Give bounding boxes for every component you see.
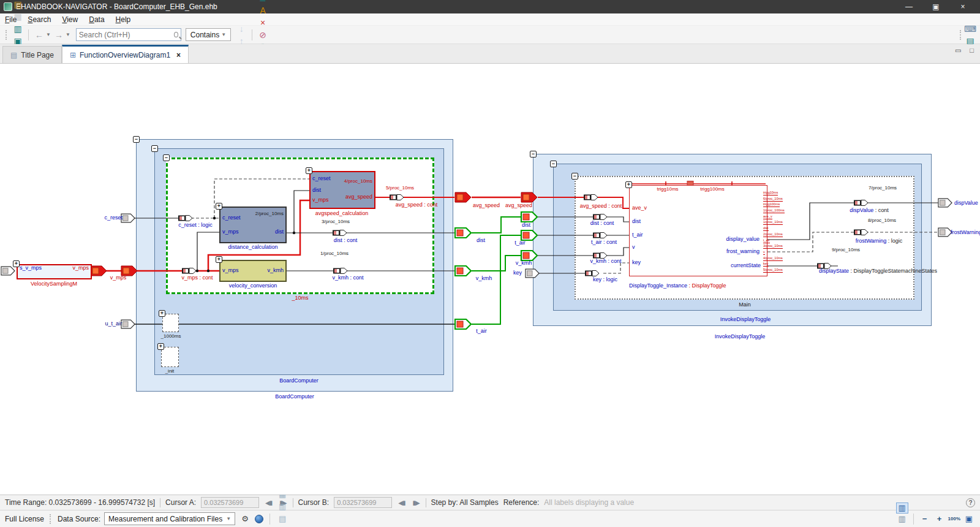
collapse-button[interactable]: − [163, 154, 170, 161]
diagram-label: v_mps [222, 229, 239, 235]
show-labels-icon[interactable]: A [257, 4, 269, 17]
diagram-label: key : logic [593, 277, 617, 282]
measure-probe[interactable] [390, 195, 404, 200]
diagram-label: v_mps [72, 265, 89, 271]
u-t-air-pin[interactable] [121, 320, 135, 328]
menu-item-help[interactable]: Help [116, 15, 131, 24]
menu-item-search[interactable]: Search [28, 15, 51, 24]
t-air-out-port[interactable] [455, 319, 471, 329]
dispvalue-pin[interactable] [938, 199, 952, 207]
measure-probe[interactable] [854, 200, 868, 206]
collapse-button[interactable]: − [151, 145, 158, 152]
cursor-a-input[interactable] [201, 497, 259, 508]
diagram-label: 8/proc_10ms [868, 218, 896, 223]
expand-button[interactable]: + [159, 310, 165, 317]
avg-speed-in-port[interactable] [521, 192, 537, 202]
measure-probe[interactable] [854, 230, 868, 235]
measure-probe[interactable] [333, 230, 347, 236]
dist-out-port[interactable] [455, 228, 471, 238]
forward-icon[interactable]: → [53, 29, 65, 41]
minimize-button[interactable]: — [895, 2, 922, 11]
layout-preview-icon[interactable]: ▢ [896, 525, 908, 527]
zoom-in-button[interactable]: + [933, 513, 946, 525]
signal-wire[interactable] [294, 191, 309, 233]
signal-wire[interactable] [538, 248, 629, 256]
clear-labels-icon[interactable]: × [257, 17, 269, 29]
back-dropdown-icon[interactable]: ▼ [46, 32, 51, 37]
diagram-canvas[interactable]: c_resetc_reset : logicv_mpsv_mps : contV… [0, 64, 980, 495]
close-button[interactable]: × [949, 2, 976, 11]
v-mps-out-port[interactable] [91, 266, 107, 276]
bottom-bar: Full License Data Source: Measurement an… [0, 510, 980, 527]
zoom-100-button[interactable]: 100% [948, 517, 960, 521]
menu-item-data[interactable]: Data [89, 15, 104, 24]
settings-gear-icon[interactable]: ⚙ [239, 513, 251, 525]
close-tab-icon[interactable]: × [176, 51, 181, 59]
collapse-button[interactable]: − [550, 161, 557, 167]
minimize-view-icon[interactable]: ▭ [955, 47, 961, 55]
dist-in-port[interactable] [521, 212, 537, 222]
diagram-label: avg_speed : cont [396, 202, 438, 208]
measure-probe[interactable] [584, 195, 598, 200]
fit-to-window-icon[interactable]: ▣ [963, 513, 975, 525]
cursor-a-step-back-button[interactable]: ◀▮ [264, 499, 273, 506]
diagram-label: BoardComputer [279, 378, 318, 384]
detach-probe-icon[interactable]: ⊘ [257, 29, 269, 41]
signal-wire[interactable] [472, 217, 521, 233]
measure-probe[interactable] [178, 216, 192, 221]
cursor-b-step-back-button[interactable]: ◀▮ [397, 499, 406, 506]
collapse-button[interactable]: − [571, 173, 578, 180]
expand-button[interactable]: + [157, 343, 164, 350]
zoom-out-button[interactable]: − [919, 513, 931, 525]
expand-button[interactable]: + [216, 256, 222, 263]
diagram-label: 3/proc_10ms [322, 219, 350, 224]
diagram-label: dist [632, 219, 641, 224]
forward-dropdown-icon[interactable]: ▼ [66, 32, 70, 37]
open-icon[interactable]: ▤ [12, 0, 24, 10]
measure-probe[interactable] [585, 271, 599, 276]
wire-junction [293, 232, 295, 234]
maximize-view-icon[interactable]: □ [970, 47, 974, 55]
menu-item-view[interactable]: View [62, 15, 78, 24]
data-source-dropdown[interactable]: Measurement and Calibration Files ▼ [104, 512, 235, 525]
c-reset-pin[interactable] [121, 214, 135, 222]
contains-dropdown[interactable]: Contains ▼ [186, 28, 231, 41]
search-input[interactable] [79, 31, 174, 39]
task-init-block[interactable] [161, 347, 179, 367]
signal-wire[interactable] [538, 217, 629, 222]
signal-wire[interactable] [603, 263, 629, 273]
collapse-button[interactable]: − [133, 136, 140, 143]
cursor-b-input[interactable] [334, 497, 392, 508]
diagram-label: dist [312, 188, 321, 193]
diagram-label: s_v_mps [20, 265, 42, 271]
signal-wire[interactable] [472, 256, 521, 271]
frostwarning-pin[interactable] [938, 228, 952, 237]
measure-probe[interactable] [593, 214, 607, 220]
import-ebook-icon[interactable]: ▥ [12, 23, 24, 35]
avg-speed-out-port[interactable] [455, 192, 471, 202]
measure-probe[interactable] [333, 268, 347, 274]
s-v-mps-pin[interactable] [1, 267, 15, 275]
collapse-labels-icon[interactable]: ≣ [257, 0, 269, 4]
diagram-label: avgspeed_calculation [315, 211, 369, 216]
online-globe-icon[interactable] [255, 515, 263, 523]
expand-button[interactable]: + [306, 167, 312, 174]
expand-button[interactable]: + [216, 203, 222, 210]
layout-split-icon[interactable]: ▥ [896, 514, 908, 525]
v-kmh-out-port[interactable] [455, 266, 471, 276]
measure-probe[interactable] [593, 233, 607, 238]
expand-button[interactable]: + [13, 260, 20, 267]
virtual-keyboard-icon[interactable]: ⌨ [964, 23, 976, 35]
collapse-button[interactable]: − [530, 151, 537, 157]
back-icon[interactable]: ← [33, 29, 45, 41]
diagram-label: Main [739, 302, 751, 308]
restore-button[interactable]: ▣ [922, 2, 949, 11]
tab-function-overview-diagram[interactable]: ⊞ FunctionOverviewDiagram1 × [62, 45, 189, 63]
layout-single-icon[interactable]: ▥ [896, 502, 908, 514]
measure-probe[interactable] [182, 268, 196, 274]
expand-button[interactable]: + [625, 181, 632, 188]
diagram-label: dist : cont [590, 221, 614, 226]
key-pin[interactable] [526, 269, 539, 278]
tab-title-page[interactable]: ▤ Title Page [2, 46, 62, 63]
cursor-b-step-forward-button[interactable]: ▮▶ [411, 499, 420, 506]
